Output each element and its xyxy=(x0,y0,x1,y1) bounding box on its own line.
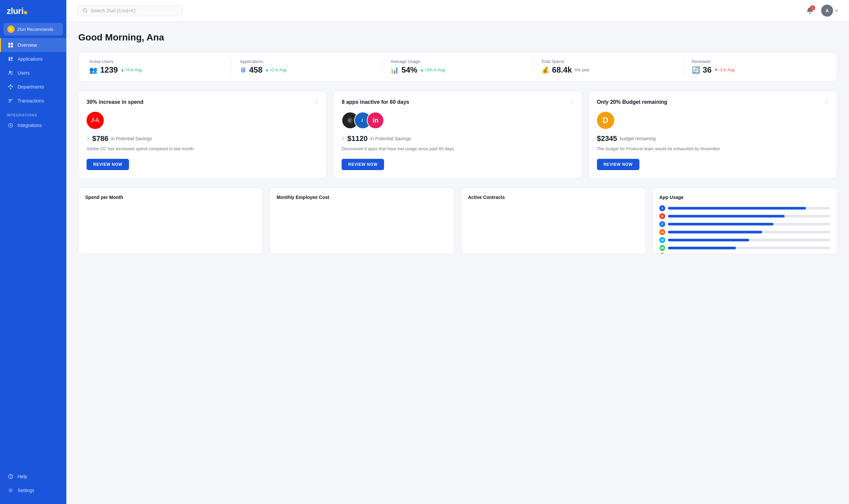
insight-app-icons: D xyxy=(597,112,829,129)
stat-value-row: 📊 54% ▲ +2% in Aug xyxy=(390,65,525,75)
app-usage-list: SGFAsSlWhRd xyxy=(659,205,830,254)
main-content: Search Zluri (Cmd+K) 1 A Good Morning, A… xyxy=(66,0,849,504)
sidebar-nav: Overview Applications Users xyxy=(0,38,66,469)
svg-point-7 xyxy=(9,71,11,73)
app-usage-bar-fill xyxy=(668,223,773,226)
sidebar-item-settings[interactable]: Settings xyxy=(0,483,66,497)
stat-number: 36 xyxy=(703,65,712,75)
savings-label: in Potential Savings xyxy=(111,136,152,141)
svg-point-20 xyxy=(10,490,12,491)
svg-rect-2 xyxy=(8,46,10,48)
sidebar-item-label: Users xyxy=(18,70,30,76)
savings-up-icon: ↑ xyxy=(87,135,90,142)
chart-area xyxy=(85,205,256,248)
svg-rect-0 xyxy=(8,43,10,45)
sidebar-item-overview[interactable]: Overview xyxy=(0,38,66,52)
insight-menu-button[interactable]: ⋮ xyxy=(569,98,575,105)
insight-menu-button[interactable]: ⋮ xyxy=(313,98,320,105)
app-usage-row: G xyxy=(659,213,830,219)
stat-applications: Applications 🖥 458 ▲ +2 in Aug xyxy=(240,59,382,75)
sidebar-item-transactions[interactable]: Transactions xyxy=(0,94,66,108)
svg-rect-1 xyxy=(11,43,13,45)
app-usage-bar-fill xyxy=(668,239,749,241)
insights-grid: 30% increase in spend ⋮ ↑ $786 in Potent… xyxy=(78,91,837,178)
stat-value-row: 💰 68.4k this year xyxy=(541,65,675,75)
app-usage-icon: Rd xyxy=(659,253,665,254)
search-bar[interactable]: Search Zluri (Cmd+K) xyxy=(77,5,183,16)
integrations-icon xyxy=(7,122,14,128)
stat-change: this year xyxy=(575,68,590,72)
review-now-button[interactable]: REVIEW NOW xyxy=(342,159,384,170)
stat-number: 68.4k xyxy=(552,65,572,75)
header: Search Zluri (Cmd+K) 1 A xyxy=(66,0,849,21)
insight-card-budget: Only 20% Budget remaining ⋮ D $2345 budg… xyxy=(589,91,837,178)
app-usage-bar-fill xyxy=(668,207,806,210)
sidebar-item-help[interactable]: ? Help xyxy=(0,469,66,483)
chart-area xyxy=(276,205,447,248)
app-usage-row: Rd xyxy=(659,253,830,254)
user-avatar: A xyxy=(821,5,833,17)
arrow-up-icon: ▲ xyxy=(420,68,424,72)
svg-point-22 xyxy=(809,13,811,14)
app-usage-bar-background xyxy=(668,247,830,249)
overview-icon xyxy=(7,42,14,48)
svg-rect-9 xyxy=(10,85,11,86)
app-usage-bar-background xyxy=(668,223,830,226)
chevron-down-icon xyxy=(834,8,838,13)
user-avatar-wrapper[interactable]: A xyxy=(821,5,838,17)
settings-icon xyxy=(7,487,14,493)
svg-text:?: ? xyxy=(10,475,12,479)
app-usage-icon: Sl xyxy=(659,237,665,243)
sidebar-item-label: Departments xyxy=(18,84,44,90)
insight-title: Only 20% Budget remaining xyxy=(597,99,829,105)
stat-change: ▲ +2 in Aug xyxy=(265,68,286,72)
applications-stat-icon: 🖥 xyxy=(240,66,247,74)
arrow-up-icon: ▲ xyxy=(265,68,269,72)
multi-app-icons: K J in xyxy=(342,112,384,129)
sidebar-item-label: Integrations xyxy=(18,123,42,128)
insight-description: Discovered 8 apps that have low usage si… xyxy=(342,146,573,152)
savings-label: budget remaining xyxy=(620,136,656,141)
insight-description: The budget for Products team would be ex… xyxy=(597,146,829,152)
users-icon xyxy=(7,70,14,76)
insight-card-inactive: 8 apps inactive for 60 days ⋮ K J in xyxy=(333,91,582,178)
stat-label: Total Spend xyxy=(541,59,675,64)
app-usage-row: Wh xyxy=(659,245,830,251)
stat-number: 54% xyxy=(401,65,417,75)
stat-number: 1239 xyxy=(100,65,118,75)
stat-label: Active Users xyxy=(89,59,223,64)
chart-title: App Usage xyxy=(659,195,830,200)
sidebar-item-departments[interactable]: Departments xyxy=(0,80,66,94)
arrow-down-icon: ▼ xyxy=(715,68,718,72)
app-usage-row: S xyxy=(659,205,830,211)
stat-avg-usage: Average Usage 📊 54% ▲ +2% in Aug xyxy=(390,59,533,75)
svg-rect-6 xyxy=(11,60,13,61)
sidebar-item-applications[interactable]: Applications xyxy=(0,52,66,66)
spend-icon: 💰 xyxy=(541,66,549,74)
page-content: Good Morning, Ana Active Users 👥 1239 ▲ … xyxy=(66,21,849,265)
review-now-button[interactable]: REVIEW NOW xyxy=(597,159,639,170)
d-app-icon: D xyxy=(597,112,614,129)
sidebar-item-integrations[interactable]: Integrations xyxy=(0,119,66,132)
app-usage-bar-background xyxy=(668,239,830,241)
sidebar-item-recommends[interactable]: ⭐ Zluri Recommends xyxy=(3,23,63,35)
savings-amount: $2345 xyxy=(597,134,617,143)
search-placeholder: Search Zluri (Cmd+K) xyxy=(91,8,136,13)
insight-menu-button[interactable]: ⋮ xyxy=(824,98,830,105)
app-usage-bar-background xyxy=(668,207,830,210)
savings-amount: $1120 xyxy=(347,134,367,143)
app-usage-bar-background xyxy=(668,231,830,233)
svg-rect-13 xyxy=(8,99,13,100)
adobe-cc-icon xyxy=(87,112,104,129)
review-now-button[interactable]: REVIEW NOW xyxy=(87,159,129,170)
notification-button[interactable]: 1 xyxy=(804,5,816,17)
stat-number: 458 xyxy=(249,65,262,75)
svg-rect-14 xyxy=(8,101,12,101)
charts-grid: Spend per Month Monthly Employee Cost Ac… xyxy=(78,188,837,254)
savings-up-icon: ↑ xyxy=(342,135,345,142)
transactions-icon xyxy=(7,98,14,104)
app-usage-bar-fill xyxy=(668,215,785,217)
header-right: 1 A xyxy=(804,5,838,17)
sidebar-item-label: Applications xyxy=(18,56,43,62)
sidebar-item-users[interactable]: Users xyxy=(0,66,66,80)
